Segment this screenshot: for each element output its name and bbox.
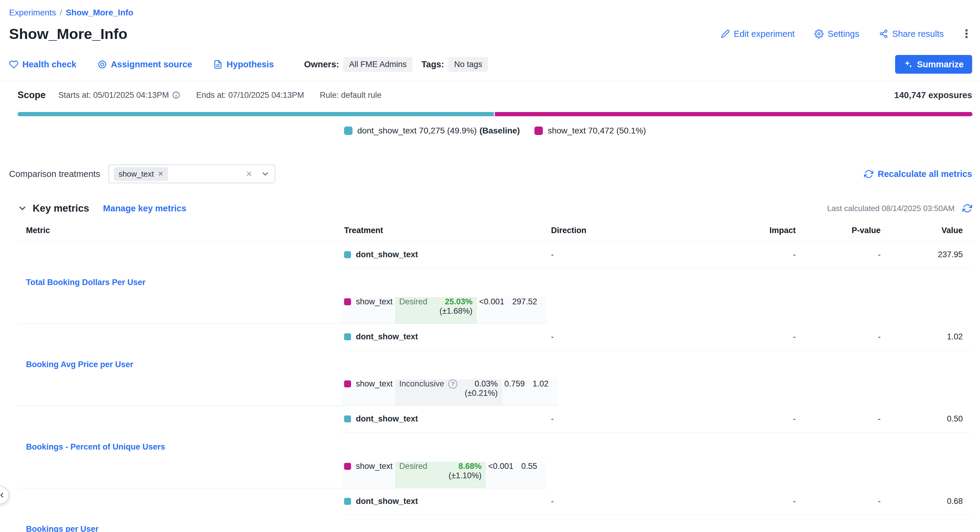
owners-chip: All FME Admins	[343, 57, 412, 72]
refresh-icon	[864, 169, 873, 179]
hypothesis-link[interactable]: Hypothesis	[213, 59, 274, 70]
tags-chip: No tags	[448, 57, 488, 72]
clear-selection-icon[interactable]: ✕	[246, 169, 253, 179]
last-calculated-text: Last calculated 08/14/2025 03:50AM	[827, 204, 955, 213]
share-results-button[interactable]: Share results	[879, 29, 944, 39]
metric-link[interactable]: Bookings - Percent of Unique Users	[26, 442, 165, 451]
treatment-color-swatch	[535, 127, 543, 135]
baseline-color-swatch	[344, 251, 351, 258]
chevron-down-icon[interactable]	[261, 169, 270, 178]
health-check-link[interactable]: Health check	[9, 59, 76, 70]
direction-badge: Desired	[395, 462, 430, 488]
experiment-results-page: Experiments / Show_More_Info Show_More_I…	[0, 0, 980, 532]
key-metrics-section: Key metrics Manage key metrics Last calc…	[9, 203, 972, 532]
kebab-menu-icon[interactable]: ⋮	[961, 28, 972, 40]
page-title: Show_More_Info	[9, 25, 127, 42]
metric-link[interactable]: Booking Avg Price per User	[26, 360, 133, 369]
baseline-bar-segment	[18, 112, 494, 116]
baseline-color-swatch	[344, 127, 353, 135]
refresh-icon[interactable]	[963, 203, 972, 213]
treatment-color-swatch	[344, 380, 351, 387]
assignment-source-link[interactable]: Assignment source	[97, 59, 192, 70]
recalculate-all-metrics-button[interactable]: Recalculate all metrics	[864, 169, 972, 179]
metric-row-baseline: Bookings - Percent of Unique Users dont_…	[18, 406, 972, 432]
scope-section: Scope Starts at: 05/01/2025 04:13PM Ends…	[9, 90, 972, 135]
edit-experiment-button[interactable]: Edit experiment	[721, 29, 795, 39]
metric-row-baseline: Total Booking Dollars Per User dont_show…	[18, 241, 972, 268]
treatment-split-bar	[18, 112, 972, 116]
table-header-row: Metric Treatment Direction Impact P-valu…	[18, 220, 972, 241]
header-actions: Edit experiment Settings Share results ⋮	[721, 28, 972, 40]
scope-rule: Rule: default rule	[320, 91, 382, 100]
chevron-left-icon	[0, 491, 6, 499]
document-icon	[213, 60, 223, 69]
comparison-treatments-row: Comparison treatments show_text ✕ ✕ Reca…	[9, 165, 972, 183]
baseline-color-swatch	[344, 498, 351, 505]
treatment-bar-segment	[495, 112, 972, 116]
owners-label: Owners:	[304, 59, 339, 70]
meta-row: Health check Assignment source Hypothesi…	[9, 55, 972, 74]
metric-link[interactable]: Total Booking Dollars Per User	[26, 278, 146, 287]
collapse-chevron-icon[interactable]	[18, 203, 27, 213]
metric-row-comparison: show_text Desired 8.68%(±1.10%) <0.001 0…	[342, 462, 547, 488]
baseline-color-swatch	[344, 333, 351, 340]
key-metrics-table: Metric Treatment Direction Impact P-valu…	[18, 220, 972, 532]
metric-row-baseline: Booking Avg Price per User dont_show_tex…	[18, 324, 972, 350]
title-row: Show_More_Info Edit experiment Settings …	[9, 25, 972, 42]
heart-icon	[9, 60, 18, 69]
target-icon	[97, 60, 107, 69]
exposures-count: 140,747 exposures	[894, 90, 972, 100]
scope-label: Scope	[18, 90, 46, 100]
scope-ends-at: Ends at: 07/10/2025 04:13PM	[196, 91, 304, 100]
metric-row-comparison: show_text Desired 25.03%(±1.68%) <0.001 …	[342, 297, 547, 324]
legend-item-treatment: show_text 70,472 (50.1%)	[535, 126, 646, 135]
direction-badge: Inconclusive?	[395, 379, 460, 406]
pencil-icon	[721, 29, 730, 38]
breadcrumb-experiments[interactable]: Experiments	[9, 8, 56, 17]
legend-item-baseline: dont_show_text 70,275 (49.9%) (Baseline)	[344, 126, 520, 135]
breadcrumb: Experiments / Show_More_Info	[9, 8, 972, 17]
selected-treatment-chip[interactable]: show_text ✕	[114, 167, 168, 181]
treatment-color-swatch	[344, 298, 351, 305]
tags-label: Tags:	[422, 59, 444, 70]
share-icon	[879, 29, 888, 38]
chip-close-icon[interactable]: ✕	[158, 170, 163, 178]
comparison-treatments-select[interactable]: show_text ✕ ✕	[108, 165, 275, 183]
manage-key-metrics-link[interactable]: Manage key metrics	[103, 203, 186, 213]
info-icon[interactable]	[172, 91, 180, 99]
baseline-color-swatch	[344, 416, 351, 422]
breadcrumb-separator: /	[60, 8, 62, 17]
gear-icon	[815, 29, 824, 38]
treatment-color-swatch	[344, 463, 351, 470]
header-divider	[0, 81, 980, 81]
split-legend: dont_show_text 70,275 (49.9%) (Baseline)…	[18, 126, 972, 135]
baseline-badge: (Baseline)	[479, 126, 520, 135]
metric-link[interactable]: Bookings per User	[26, 524, 99, 532]
summarize-button[interactable]: Summarize	[895, 55, 972, 74]
sparkles-icon	[904, 60, 913, 69]
metric-row-baseline: Bookings per User dont_show_text - - - 0…	[18, 488, 972, 515]
direction-badge: Desired	[395, 297, 430, 324]
comparison-treatments-label: Comparison treatments	[9, 169, 100, 179]
scope-starts-at: Starts at: 05/01/2025 04:13PM	[58, 91, 180, 100]
settings-button[interactable]: Settings	[815, 29, 859, 39]
breadcrumb-current[interactable]: Show_More_Info	[65, 8, 133, 17]
key-metrics-title: Key metrics	[33, 203, 89, 214]
metric-row-comparison: show_text Inconclusive? 0.03%(±0.21%) 0.…	[342, 379, 547, 406]
question-icon[interactable]: ?	[448, 380, 457, 389]
